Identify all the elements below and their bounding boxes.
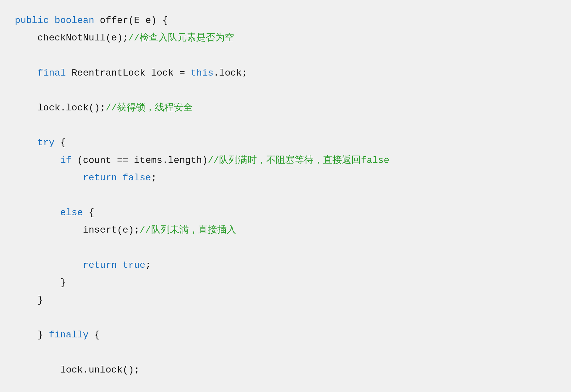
code-token-plain: { xyxy=(83,207,94,218)
code-line xyxy=(15,187,556,204)
code-token-kw: finally xyxy=(49,329,88,340)
code-line: public boolean offer(E e) { xyxy=(15,12,556,29)
code-line: return true; xyxy=(15,257,556,274)
code-token-kw: public xyxy=(15,15,49,26)
code-token-kw: try xyxy=(38,137,55,148)
code-token-kw: else xyxy=(60,207,83,218)
code-token-kw: true xyxy=(123,260,145,271)
code-token-plain xyxy=(49,15,54,26)
code-line: lock.lock();//获得锁，线程安全 xyxy=(15,99,556,117)
code-line: return false; xyxy=(15,169,556,187)
code-token-plain: (count == items.length) xyxy=(72,155,208,166)
code-line xyxy=(15,239,556,256)
code-line xyxy=(15,82,556,99)
code-token-comment: //队列未满，直接插入 xyxy=(139,225,236,236)
code-line: insert(e);//队列未满，直接插入 xyxy=(15,221,556,239)
code-token-plain: ReentrantLock lock = xyxy=(66,68,191,79)
code-token-comment: //检查入队元素是否为空 xyxy=(128,32,234,43)
code-token-comment: //获得锁，线程安全 xyxy=(106,102,192,113)
code-token-comment: //队列满时，不阻塞等待，直接返回false xyxy=(208,155,389,166)
code-block: public boolean offer(E e) { checkNotNull… xyxy=(15,12,556,392)
code-line: } xyxy=(15,274,556,291)
code-token-plain xyxy=(15,155,60,166)
code-token-plain: ; xyxy=(145,260,151,271)
code-token-plain: } xyxy=(15,295,43,306)
code-token-plain xyxy=(15,260,83,271)
code-line: else { xyxy=(15,204,556,221)
code-line: lock.unlock(); xyxy=(15,361,556,379)
code-token-kw: return xyxy=(83,260,117,271)
code-token-plain xyxy=(15,172,83,183)
code-line: if (count == items.length)//队列满时，不阻塞等待，直… xyxy=(15,152,556,169)
code-container: public boolean offer(E e) { checkNotNull… xyxy=(0,0,571,392)
code-line xyxy=(15,309,556,326)
code-line xyxy=(15,344,556,361)
code-token-plain: { xyxy=(89,329,100,340)
code-token-plain xyxy=(117,260,123,271)
code-token-plain: lock.lock(); xyxy=(15,102,106,113)
code-line: } finally { xyxy=(15,326,556,344)
code-token-kw: this xyxy=(191,68,213,79)
code-line xyxy=(15,47,556,64)
code-token-kw: false xyxy=(123,172,151,183)
code-token-kw: boolean xyxy=(54,15,94,26)
code-line: try { xyxy=(15,134,556,151)
code-token-plain: insert(e); xyxy=(15,225,139,236)
code-token-plain: ; xyxy=(151,172,157,183)
code-token-plain xyxy=(15,68,38,79)
code-token-plain xyxy=(15,137,38,148)
code-line: checkNotNull(e);//检查入队元素是否为空 xyxy=(15,29,556,47)
code-line: final ReentrantLock lock = this.lock; xyxy=(15,64,556,82)
code-token-plain: } xyxy=(15,277,66,288)
code-line xyxy=(15,117,556,134)
code-token-plain: } xyxy=(15,329,49,340)
code-token-plain: lock.unlock(); xyxy=(15,365,139,375)
code-token-kw: final xyxy=(38,68,66,79)
code-token-plain xyxy=(117,172,123,183)
code-line: } xyxy=(15,291,556,309)
code-line xyxy=(15,379,556,392)
code-token-plain: checkNotNull(e); xyxy=(15,32,128,43)
code-token-plain: { xyxy=(54,137,66,148)
code-token-kw: if xyxy=(60,155,72,166)
code-token-plain: .lock; xyxy=(213,68,247,79)
code-token-plain: offer(E e) { xyxy=(94,15,168,26)
code-token-kw: return xyxy=(83,172,117,183)
code-token-plain xyxy=(15,207,60,218)
